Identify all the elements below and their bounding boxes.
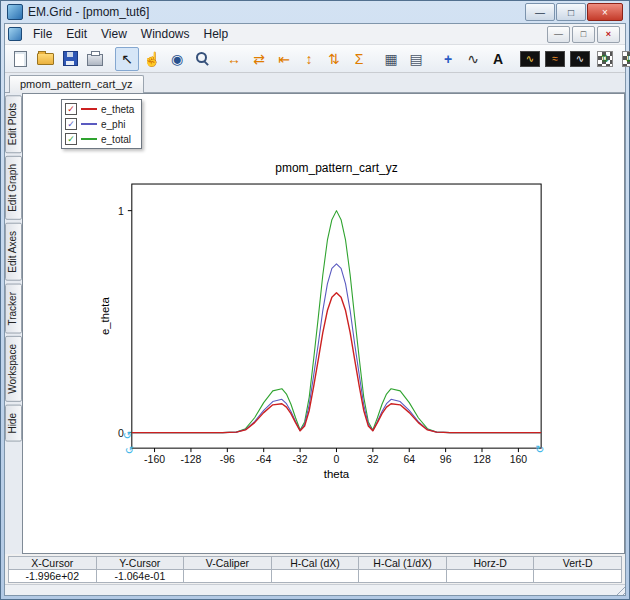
legend-label: e_phi	[101, 119, 125, 130]
y-tick-label: 1	[118, 206, 124, 217]
x-tick-label: 0	[334, 454, 340, 465]
mdi-minimize-button[interactable]: —	[547, 26, 570, 43]
text-annotation-button[interactable]: A	[486, 47, 510, 71]
pan-x-button[interactable]: ⇄	[247, 47, 271, 71]
axis-handle-icon[interactable]: ↺	[123, 429, 132, 441]
axis-handle-icon[interactable]: ↻	[535, 443, 544, 455]
autoscale-icon: Σ	[355, 52, 364, 66]
spectrum-view-button[interactable]: ≈	[543, 47, 567, 71]
waterfall-view-button[interactable]: ∿	[568, 47, 592, 71]
hand-icon: ☝	[143, 52, 160, 66]
cursor-value-0: -1.996e+02	[9, 570, 97, 583]
tile-vertical-button[interactable]: ⇅	[593, 47, 617, 71]
expand-y-icon: ↕	[306, 52, 313, 66]
side-tab-tracker[interactable]: Tracker	[5, 284, 22, 334]
crosshair-icon: +	[444, 52, 452, 66]
plot-svg[interactable]: -160-128-96-64-32032649612816001pmom_pat…	[23, 94, 624, 553]
crosshair-button[interactable]: +	[436, 47, 460, 71]
tab-bar: pmom_pattern_cart_yz	[5, 73, 625, 93]
cursor-value-2	[184, 570, 272, 583]
select-cursor-button[interactable]: ↖	[115, 47, 139, 71]
scope-view-icon: ∿	[520, 51, 540, 67]
data-table-button[interactable]: ▤	[404, 47, 428, 71]
fit-y-icon: ⇅	[328, 52, 340, 66]
close-button[interactable]: ×	[587, 3, 623, 21]
new-file-button[interactable]	[8, 47, 32, 71]
zoom-button[interactable]	[190, 47, 214, 71]
plot-panel: -160-128-96-64-32032649612816001pmom_pat…	[22, 93, 625, 554]
expand-x-button[interactable]: ↔	[222, 47, 246, 71]
menu-edit[interactable]: Edit	[59, 25, 94, 43]
mdi-restore-button[interactable]: □	[572, 26, 595, 43]
series-line-e_total	[132, 211, 541, 433]
series-line-e_theta	[132, 293, 541, 433]
tile-horizontal-button[interactable]: ⇊	[618, 47, 630, 71]
legend-checkbox-e_phi[interactable]: ✓	[65, 118, 77, 130]
side-tab-edit-graph[interactable]: Edit Graph	[5, 156, 22, 220]
axis-handle-icon[interactable]: ↺	[125, 444, 134, 456]
menu-windows[interactable]: Windows	[134, 25, 197, 43]
cursor-icon: ↖	[121, 52, 133, 66]
x-tick-label: 64	[403, 454, 415, 465]
x-tick-label: -64	[256, 454, 271, 465]
cursor-value-5	[446, 570, 534, 583]
minimize-button[interactable]: —	[525, 3, 555, 21]
resize-grip[interactable]	[613, 583, 625, 595]
print-button[interactable]	[83, 47, 107, 71]
new-file-icon	[14, 51, 27, 67]
window-title: EM.Grid - [pmom_tut6]	[28, 5, 149, 19]
pan-button[interactable]: ☝	[140, 47, 164, 71]
legend-label: e_total	[101, 134, 131, 145]
x-tick-label: -96	[220, 454, 235, 465]
mdi-window-controls: — □ ×	[547, 26, 622, 43]
window-controls: — □ ×	[525, 3, 623, 21]
open-folder-icon	[37, 53, 54, 65]
legend-checkbox-e_total[interactable]: ✓	[65, 133, 77, 145]
scope-view-button[interactable]: ∿	[518, 47, 542, 71]
expand-y-button[interactable]: ↕	[297, 47, 321, 71]
printer-icon	[87, 54, 103, 66]
curve-marker-button[interactable]: ∿	[461, 47, 485, 71]
tile-horizontal-icon: ⇊	[622, 51, 630, 67]
magnifier-icon	[195, 51, 210, 66]
save-button[interactable]	[58, 47, 82, 71]
menu-view[interactable]: View	[94, 25, 134, 43]
open-file-button[interactable]	[33, 47, 57, 71]
side-tab-workspace[interactable]: Workspace	[5, 336, 22, 402]
zoom-extents-button[interactable]: ◉	[165, 47, 189, 71]
expand-x-icon: ↔	[227, 52, 241, 66]
plot-frame	[132, 184, 541, 448]
mdi-close-button[interactable]: ×	[597, 26, 620, 43]
legend: ✓e_theta✓e_phi✓e_total	[61, 99, 142, 149]
table-header-y-cursor: Y-Cursor	[96, 557, 184, 570]
curve-marker-icon: ∿	[467, 52, 479, 66]
legend-line-sample	[81, 123, 97, 125]
tab-pmom-pattern-cart-yz[interactable]: pmom_pattern_cart_yz	[9, 75, 144, 93]
maximize-button[interactable]: □	[556, 3, 586, 21]
fit-y-button[interactable]: ⇅	[322, 47, 346, 71]
x-axis-label: theta	[324, 468, 350, 480]
autoscale-button[interactable]: Σ	[347, 47, 371, 71]
x-tick-label: -160	[144, 454, 165, 465]
legend-checkbox-e_theta[interactable]: ✓	[65, 103, 77, 115]
side-tab-edit-axes[interactable]: Edit Axes	[5, 223, 22, 281]
x-tick-label: -32	[293, 454, 308, 465]
menu-file[interactable]: File	[26, 25, 59, 43]
x-tick-label: 128	[473, 454, 491, 465]
table-header-h-cal-dx-: H-Cal (dX)	[271, 557, 359, 570]
menu-bar: FileEditViewWindowsHelp — □ ×	[5, 24, 625, 45]
y-axis-label: e_theta	[99, 296, 111, 335]
x-tick-label: 160	[510, 454, 528, 465]
legend-line-sample	[81, 108, 97, 110]
title-bar[interactable]: EM.Grid - [pmom_tut6] — □ ×	[4, 1, 626, 23]
side-tab-hide[interactable]: Hide	[5, 405, 22, 442]
grid-toggle-button[interactable]: ▦	[379, 47, 403, 71]
legend-label: e_theta	[101, 104, 134, 115]
fit-x-icon: ⇤	[278, 52, 290, 66]
zoom-extents-icon: ◉	[171, 52, 183, 66]
fit-x-button[interactable]: ⇤	[272, 47, 296, 71]
x-tick-label: 32	[367, 454, 379, 465]
side-tab-edit-plots[interactable]: Edit Plots	[5, 95, 22, 153]
menu-help[interactable]: Help	[197, 25, 236, 43]
table-header-h-cal-1-dx-: H-Cal (1/dX)	[359, 557, 447, 570]
